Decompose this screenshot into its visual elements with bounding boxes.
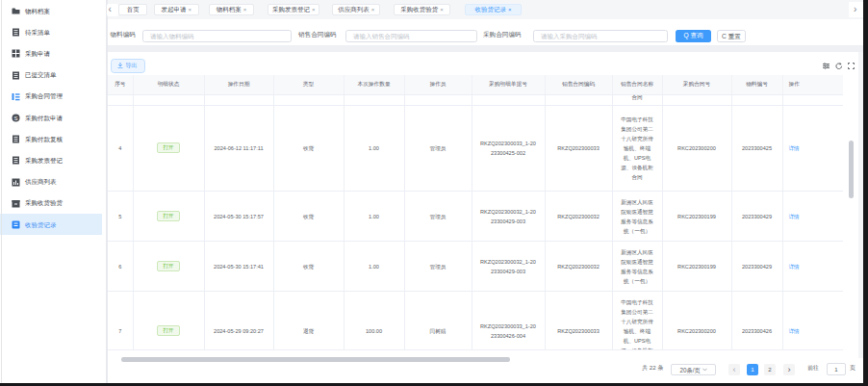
svg-text:S: S: [13, 116, 17, 121]
